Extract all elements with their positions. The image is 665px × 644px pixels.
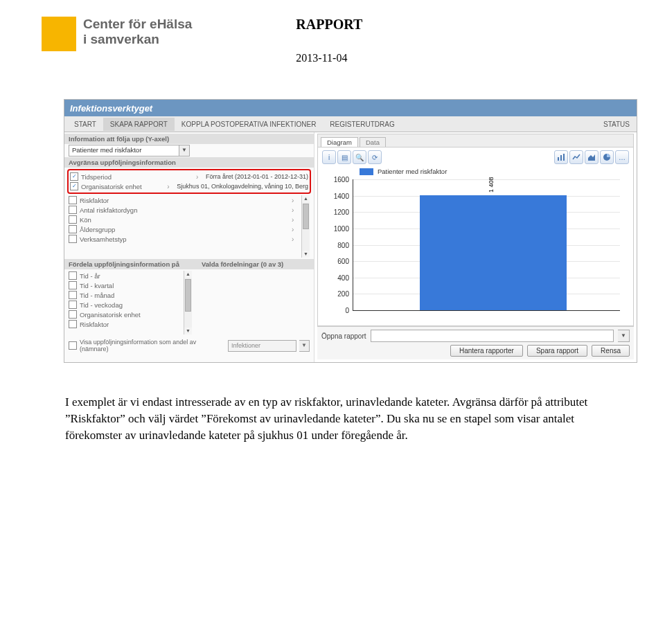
checkbox-icon[interactable] bbox=[69, 310, 77, 319]
distribute-label: Tid - veckodag bbox=[80, 301, 123, 309]
app-screenshot: Infektionsverktyget START SKAPA RAPPORT … bbox=[64, 99, 637, 363]
chevron-right-icon[interactable]: › bbox=[292, 216, 299, 224]
chevron-down-icon[interactable]: ▼ bbox=[618, 330, 630, 342]
other-chart-icon[interactable]: … bbox=[615, 150, 629, 164]
svg-rect-1 bbox=[560, 155, 562, 161]
tab-skapa-rapport[interactable]: SKAPA RAPPORT bbox=[103, 118, 175, 131]
chart-area: Diagram Data i ▤ 🔍 ⟳ bbox=[317, 134, 634, 326]
app-body: Information att följa upp (Y-axel) Patie… bbox=[64, 132, 637, 362]
info-icon[interactable]: i bbox=[322, 150, 336, 164]
chart-plot: 1600 1400 1200 1000 800 600 400 200 0 1 … bbox=[318, 179, 633, 325]
legend-label: Patienter med riskfaktor bbox=[378, 168, 447, 175]
limit-label: Organisatorisk enhet bbox=[81, 183, 164, 190]
chevron-right-icon[interactable]: › bbox=[292, 235, 299, 243]
checkbox-icon[interactable] bbox=[69, 271, 77, 280]
checkbox-icon[interactable] bbox=[69, 215, 77, 224]
limit-row-kon[interactable]: Kön › bbox=[69, 215, 301, 224]
chart-tabs: Diagram Data bbox=[318, 134, 633, 147]
limit-row-tidsperiod[interactable]: ✓ Tidsperiod › Förra året (2012-01-01 - … bbox=[70, 172, 308, 181]
scroll-up-icon[interactable]: ▲ bbox=[302, 195, 310, 202]
limit-row-aldersgrupp[interactable]: Åldersgrupp › bbox=[69, 224, 301, 234]
ytick: 1400 bbox=[327, 192, 349, 199]
checkbox-icon[interactable] bbox=[69, 341, 77, 350]
save-report-button[interactable]: Spara rapport bbox=[527, 345, 587, 357]
chevron-right-icon[interactable]: › bbox=[292, 206, 299, 214]
tab-start[interactable]: START bbox=[67, 118, 103, 131]
checkbox-icon[interactable] bbox=[69, 301, 77, 309]
left-panel: Information att följa upp (Y-axel) Patie… bbox=[64, 132, 314, 362]
header-right: RAPPORT 2013-11-04 bbox=[296, 17, 362, 64]
chevron-down-icon[interactable]: ▼ bbox=[299, 340, 310, 352]
body-paragraph: I exemplet är vi endast intresserade av … bbox=[65, 394, 610, 443]
distribute-scrollbar[interactable]: ▲ ▼ bbox=[184, 271, 192, 334]
bar-chart-icon[interactable] bbox=[554, 150, 568, 164]
checkbox-icon[interactable]: ✓ bbox=[70, 182, 78, 190]
ytick: 1600 bbox=[327, 176, 349, 184]
manage-reports-button[interactable]: Hantera rapporter bbox=[450, 345, 523, 357]
tab-registerutdrag[interactable]: REGISTERUTDRAG bbox=[323, 118, 401, 131]
chart-tab-diagram[interactable]: Diagram bbox=[321, 137, 358, 147]
reports-icon[interactable]: ▤ bbox=[337, 150, 351, 164]
limit-label: Åldersgrupp bbox=[80, 226, 163, 233]
open-report-field[interactable] bbox=[371, 330, 614, 342]
refresh-icon[interactable]: ⟳ bbox=[368, 150, 382, 164]
checkbox-icon[interactable]: ✓ bbox=[70, 172, 78, 181]
pie-chart-icon[interactable] bbox=[600, 150, 614, 164]
chevron-right-icon[interactable]: › bbox=[292, 226, 299, 233]
app-titlebar: Infektionsverktyget bbox=[64, 100, 637, 116]
distribute-header: Fördela uppföljningsinformation på bbox=[64, 259, 197, 269]
limit-label: Tidsperiod bbox=[81, 173, 164, 181]
chevron-right-icon[interactable]: › bbox=[167, 183, 174, 190]
distribute-selected-header: Valda fördelningar (0 av 3) bbox=[197, 259, 314, 269]
ytick: 0 bbox=[327, 307, 349, 314]
checkbox-icon[interactable] bbox=[69, 235, 77, 243]
area-chart-icon[interactable] bbox=[585, 150, 598, 164]
share-row: Visa uppföljningsinformation som andel a… bbox=[64, 336, 314, 358]
zoom-icon[interactable]: 🔍 bbox=[353, 150, 366, 164]
chevron-right-icon[interactable]: › bbox=[292, 197, 299, 204]
distribute-label: Tid - kvartal bbox=[80, 282, 114, 289]
tab-koppla[interactable]: KOPPLA POSTOPERATIVA INFEKTIONER bbox=[175, 118, 323, 131]
limit-label: Antal riskfaktordygn bbox=[80, 206, 163, 214]
checkbox-icon[interactable] bbox=[69, 196, 77, 204]
checkbox-icon[interactable] bbox=[69, 206, 77, 214]
scroll-down-icon[interactable]: ▼ bbox=[184, 328, 192, 334]
clear-button[interactable]: Rensa bbox=[592, 345, 630, 357]
yaxis-select-arrow[interactable]: ▼ bbox=[179, 145, 190, 156]
ytick: 1200 bbox=[327, 208, 349, 216]
bar-value-label: 1 408 bbox=[488, 177, 495, 193]
page-header: Center för eHälsa i samverkan RAPPORT 20… bbox=[0, 0, 665, 64]
chart-tab-data[interactable]: Data bbox=[360, 137, 386, 147]
distribute-label: Tid - år bbox=[80, 272, 100, 280]
ytick: 200 bbox=[327, 290, 349, 298]
svg-rect-2 bbox=[563, 154, 565, 161]
scroll-down-icon[interactable]: ▼ bbox=[302, 251, 310, 258]
limit-row-orgenhet[interactable]: ✓ Organisatorisk enhet › Sjukhus 01, Onk… bbox=[70, 181, 308, 191]
tab-status[interactable]: STATUS bbox=[596, 118, 637, 131]
ytick: 800 bbox=[327, 241, 349, 249]
logo-text: Center för eHälsa i samverkan bbox=[83, 17, 192, 47]
limit-list: Riskfaktor › Antal riskfaktordygn › Kön … bbox=[69, 195, 310, 258]
limit-scrollbar[interactable]: ▲ ▼ bbox=[301, 195, 310, 258]
distribute-label: Tid - månad bbox=[80, 292, 114, 299]
checkbox-icon[interactable] bbox=[69, 225, 77, 233]
report-date: 2013-11-04 bbox=[296, 52, 362, 64]
ytick: 600 bbox=[327, 258, 349, 265]
limit-row-riskfaktor[interactable]: Riskfaktor › bbox=[69, 195, 301, 205]
checkbox-icon[interactable] bbox=[69, 320, 77, 328]
scroll-up-icon[interactable]: ▲ bbox=[184, 271, 192, 278]
limit-label: Verksamhetstyp bbox=[80, 235, 163, 243]
share-label: Visa uppföljningsinformation som andel a… bbox=[80, 339, 225, 352]
checkbox-icon[interactable] bbox=[69, 281, 77, 289]
share-select[interactable]: Infektioner bbox=[228, 340, 296, 352]
right-panel: Diagram Data i ▤ 🔍 ⟳ bbox=[314, 132, 637, 362]
yaxis-select[interactable]: Patienter med riskfaktor bbox=[69, 145, 179, 156]
line-chart-icon[interactable] bbox=[569, 150, 583, 164]
limit-row-antal[interactable]: Antal riskfaktordygn › bbox=[69, 205, 301, 215]
limit-row-verksamhetstyp[interactable]: Verksamhetstyp › bbox=[69, 234, 301, 244]
chart-legend: Patienter med riskfaktor bbox=[318, 165, 633, 179]
checkbox-icon[interactable] bbox=[69, 291, 77, 299]
logo-line-1: Center för eHälsa bbox=[83, 17, 192, 32]
chevron-right-icon[interactable]: › bbox=[196, 173, 203, 181]
svg-marker-3 bbox=[588, 154, 595, 161]
